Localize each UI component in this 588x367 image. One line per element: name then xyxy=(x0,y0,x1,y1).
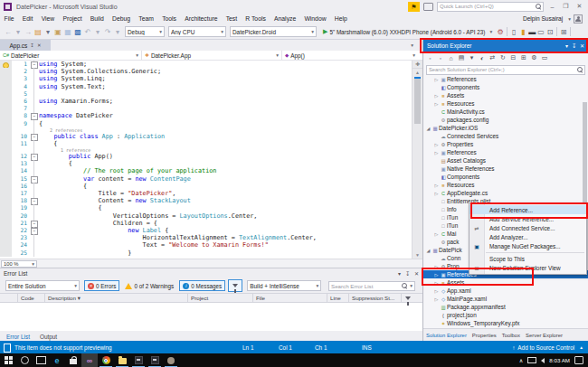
fold-margin[interactable] xyxy=(30,183,39,190)
code-line[interactable]: 16 { xyxy=(0,183,422,190)
tree-item-packages-config[interactable]: ⚙packages.config xyxy=(423,116,588,124)
tree-item-package-appxmanifest[interactable]: ▥Package.appxmanifest xyxy=(423,303,588,311)
pin-icon[interactable]: ↧ xyxy=(30,42,34,48)
tree-item-mainactivity-cs[interactable]: CMainActivity.cs xyxy=(423,108,588,116)
device-phone-icon[interactable]: ▯ xyxy=(509,27,518,37)
restore-button[interactable]: ❐ xyxy=(561,3,571,10)
column-header-icon[interactable] xyxy=(0,294,18,302)
tray-volume-icon[interactable] xyxy=(541,358,545,363)
solution-explorer-title-bar[interactable]: Solution Explorer ▾ ↧ ✕ xyxy=(423,40,588,52)
tree-item-windows-temporarykey-pfx[interactable]: ✦Windows_TemporaryKey.pfx xyxy=(423,319,588,327)
breakpoint-margin[interactable] xyxy=(0,212,12,220)
quick-launch-input[interactable]: Quick Launch (Ctrl+Q) xyxy=(437,2,544,12)
expander-icon[interactable]: ▷ xyxy=(433,231,440,237)
designer-icon[interactable]: ⊞ xyxy=(559,27,568,37)
tab-error-list[interactable]: Error List xyxy=(2,334,34,340)
column-header-Code[interactable]: Code xyxy=(18,294,45,302)
menu-team[interactable]: Team xyxy=(135,15,158,22)
code-line[interactable]: 2using System.Collections.Generic; xyxy=(0,68,422,75)
app-window-icon-1[interactable] xyxy=(130,353,147,367)
se-home-icon[interactable]: ⌂ xyxy=(447,53,455,62)
cortana-button[interactable] xyxy=(16,353,33,367)
fold-margin[interactable] xyxy=(30,249,39,257)
tree-item-mainpage-xaml[interactable]: ▷◇MainPage.xaml xyxy=(423,295,588,303)
breakpoint-margin[interactable] xyxy=(0,190,12,197)
tree-item-references[interactable]: ▷▣References xyxy=(423,148,588,156)
breakpoint-margin[interactable] xyxy=(0,61,12,68)
redo-caret[interactable]: ▾ xyxy=(113,27,122,37)
tray-chevron-icon[interactable]: ∧ xyxy=(519,357,524,363)
menu-build[interactable]: Build xyxy=(86,15,108,22)
fold-margin[interactable] xyxy=(30,83,39,90)
nav-back-caret[interactable]: ▾ xyxy=(14,27,23,37)
minimize-button[interactable]: – xyxy=(547,4,557,10)
close-tab-icon[interactable]: ✕ xyxy=(37,42,42,48)
menu-item-add-connected-service-[interactable]: ⇄Add Connected Service... xyxy=(469,223,586,232)
nav-back-icon[interactable]: ← xyxy=(4,27,13,37)
breakpoint-margin[interactable] xyxy=(0,153,12,160)
column-header-Line[interactable]: Line xyxy=(327,294,349,302)
fold-margin[interactable] xyxy=(30,160,39,167)
code-line[interactable]: 8−namespace DatePicker xyxy=(0,112,422,119)
task-view-button[interactable] xyxy=(33,353,49,367)
breakpoint-margin[interactable] xyxy=(0,68,12,75)
menu-project[interactable]: Project xyxy=(59,15,86,22)
tree-item-native-references[interactable]: ▣Native References xyxy=(423,165,588,173)
fold-margin[interactable] xyxy=(30,68,39,75)
menu-file[interactable]: File xyxy=(0,15,18,22)
gimp-icon[interactable] xyxy=(163,353,179,367)
expander-icon[interactable]: ▷ xyxy=(433,150,440,155)
breakpoint-margin[interactable] xyxy=(0,120,12,127)
code-line[interactable]: 10− public class App : Application xyxy=(0,133,422,140)
breakpoint-margin[interactable] xyxy=(0,249,12,257)
solution-platform-icon[interactable]: ⚙ xyxy=(496,27,505,37)
se-preview-selected-icon[interactable]: ▭ xyxy=(541,53,549,62)
platform-combo[interactable]: Any CPU▾ xyxy=(168,26,226,37)
filter-button[interactable] xyxy=(228,279,242,292)
fold-margin[interactable] xyxy=(30,234,39,241)
expander-icon[interactable]: ▷ xyxy=(433,272,440,278)
tab-toolbox[interactable]: Toolbox xyxy=(499,333,523,338)
menu-view[interactable]: View xyxy=(37,15,59,22)
menu-tools[interactable]: Tools xyxy=(158,15,181,22)
scrollbar-thumb[interactable] xyxy=(414,77,421,124)
menu-window[interactable]: Window xyxy=(300,15,330,22)
menu-help[interactable]: Help xyxy=(330,15,351,22)
fold-margin[interactable]: − xyxy=(30,153,39,160)
expander-icon[interactable]: ▷ xyxy=(433,77,440,82)
fold-margin[interactable] xyxy=(30,241,39,249)
se-properties-icon[interactable]: ⊞ xyxy=(520,53,528,62)
expander-icon[interactable]: ▷ xyxy=(433,264,440,269)
code-line[interactable]: 21− Children = { xyxy=(0,220,422,227)
expander-icon[interactable]: ▷ xyxy=(433,93,440,99)
code-line[interactable]: 11 { xyxy=(0,140,422,147)
column-header-Description[interactable]: Description ▾ xyxy=(45,294,188,302)
breakpoint-margin[interactable] xyxy=(0,204,12,212)
expander-icon[interactable]: ▷ xyxy=(433,142,440,147)
code-line[interactable]: 17 Title = "DatePicker", xyxy=(0,190,422,197)
undo-icon[interactable]: ↶ xyxy=(83,27,92,37)
app-window-icon-2[interactable] xyxy=(147,353,163,367)
breakpoint-margin[interactable] xyxy=(0,183,12,190)
fold-margin[interactable] xyxy=(30,98,39,105)
fold-margin[interactable] xyxy=(30,75,39,82)
tree-item-asset-catalogs[interactable]: ▤Asset Catalogs xyxy=(423,156,588,165)
breakpoint-margin[interactable] xyxy=(0,75,12,82)
breakpoint-margin[interactable] xyxy=(0,241,12,249)
adb-console-icon[interactable]: ▬ xyxy=(527,27,536,37)
chrome-icon[interactable] xyxy=(98,353,114,367)
tree-item-assets[interactable]: ▷■Assets xyxy=(423,91,588,99)
se-sync-icon[interactable]: ⇄ xyxy=(488,53,497,62)
breakpoint-margin[interactable] xyxy=(0,140,12,147)
fold-margin[interactable]: − xyxy=(30,227,39,234)
tab-solution-explorer[interactable]: Solution Explorer xyxy=(423,333,469,338)
solution-explorer-search-input[interactable]: Search Solution Explorer (Ctrl+;) xyxy=(426,65,585,75)
fold-margin[interactable] xyxy=(30,120,39,127)
editor-zoom-combo[interactable]: 100 % ▾ xyxy=(1,260,37,268)
tree-item-assets[interactable]: ▷■Assets xyxy=(423,278,588,287)
fold-margin[interactable] xyxy=(30,105,39,112)
menu-item-manage-nuget-packages-[interactable]: ▣Manage NuGet Packages... xyxy=(469,241,586,250)
tree-vertical-scrollbar[interactable] xyxy=(583,75,587,328)
code-editor[interactable]: 1−using System;2using System.Collections… xyxy=(0,61,422,259)
tree-item-references[interactable]: ▷▣References xyxy=(423,75,588,83)
